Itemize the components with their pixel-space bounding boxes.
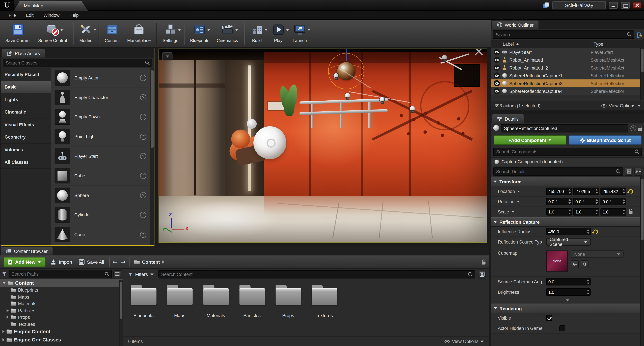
search-components-input[interactable] xyxy=(494,149,634,154)
place-item-empty-actor[interactable]: Empty Actor ? xyxy=(51,68,150,88)
place-actors-scrollbar[interactable] xyxy=(150,68,154,245)
play-button[interactable]: Play xyxy=(268,22,289,44)
import-button[interactable]: Import xyxy=(49,259,74,265)
breadcrumb[interactable]: Content xyxy=(133,259,166,264)
rotation-z-field[interactable]: 0.0 ° xyxy=(600,198,626,205)
reset-location-icon[interactable] xyxy=(628,188,634,195)
reset-influence-radius-icon[interactable] xyxy=(592,228,599,235)
expand-arrow-icon[interactable] xyxy=(6,316,8,319)
place-item-empty-pawn[interactable]: Empty Pawn ? xyxy=(51,107,150,127)
reflection-source-type-dropdown[interactable]: Captured Scene xyxy=(546,238,590,246)
back-arrow-button[interactable]: ← xyxy=(113,258,118,265)
tab-world-outliner[interactable]: World Outliner xyxy=(492,21,538,29)
content-browser-lock-icon[interactable] xyxy=(482,261,486,264)
tree-item-engine-content[interactable]: Engine Content xyxy=(0,327,123,335)
location-z-field[interactable]: 295.432 xyxy=(600,188,626,195)
rendering-section-header[interactable]: Rendering xyxy=(491,303,644,313)
viewport-3d[interactable]: Z X Y xyxy=(158,49,487,243)
menu-help[interactable]: Help xyxy=(65,13,83,18)
light-sprite[interactable] xyxy=(345,93,350,100)
location-y-field[interactable]: -1029.5 xyxy=(574,188,599,195)
category-all-classes[interactable]: All Classes xyxy=(1,156,51,169)
expand-arrow-icon[interactable] xyxy=(2,338,4,341)
content-view-options-button[interactable]: View Options xyxy=(444,339,484,344)
cubemap-thumbnail[interactable]: None xyxy=(546,250,568,272)
menu-window[interactable]: Window xyxy=(39,13,64,18)
menu-edit[interactable]: Edit xyxy=(21,13,38,18)
place-item-sphere[interactable]: Sphere ? xyxy=(51,186,150,205)
folder-tile-materials[interactable]: Materials xyxy=(198,282,234,318)
brightness-field[interactable]: 1.0 xyxy=(546,288,590,296)
tree-item-particles[interactable]: Particles xyxy=(0,307,123,314)
source-cubemap-angle-field[interactable]: 0.0 xyxy=(546,278,590,285)
save-all-button[interactable]: Save All xyxy=(77,259,106,265)
add-new-button[interactable]: Add New xyxy=(3,257,46,267)
tree-item-props[interactable]: Props xyxy=(0,314,123,321)
forward-arrow-button[interactable]: → xyxy=(121,258,126,265)
settings-button[interactable]: Settings xyxy=(159,22,182,44)
blueprint-add-script-button[interactable]: Blueprint/Add Script xyxy=(569,135,642,145)
folder-tile-props[interactable]: Props xyxy=(270,282,306,318)
location-label[interactable]: Location xyxy=(498,189,546,194)
outliner-load-icon[interactable] xyxy=(636,31,642,38)
category-visual-effects[interactable]: Visual Effects xyxy=(1,118,51,131)
outliner-search-input[interactable] xyxy=(493,32,626,37)
location-x-field[interactable]: 455.700 xyxy=(546,188,572,195)
blueprints-button[interactable]: Blueprints xyxy=(186,22,213,44)
scale-z-field[interactable]: 1.0 xyxy=(600,208,626,216)
outliner-row-robot-animated[interactable]: Robot_Animated SkeletalMeshAct xyxy=(491,56,644,64)
reflection-capture-section-header[interactable]: Reflection Capture xyxy=(491,217,644,227)
scale-y-field[interactable]: 1.0 xyxy=(574,208,599,216)
folder-tile-particles[interactable]: Particles xyxy=(234,282,270,318)
light-sprite[interactable] xyxy=(410,106,415,113)
transform-section-header[interactable]: Transform xyxy=(491,177,644,186)
tree-item-blueprints[interactable]: Blueprints xyxy=(0,287,123,293)
outliner-row-playerstart[interactable]: PlayerStart PlayerStart xyxy=(491,48,644,56)
close-button[interactable] xyxy=(633,2,642,9)
menu-file[interactable]: File xyxy=(4,13,20,18)
visibility-eye-icon[interactable] xyxy=(494,88,500,94)
help-icon[interactable]: ? xyxy=(140,192,146,199)
display-filter-eye-button[interactable] xyxy=(634,168,642,176)
actor-name-field[interactable]: SphereReflectionCapture3 xyxy=(501,124,628,132)
category-recently-placed[interactable]: Recently Placed xyxy=(1,68,51,81)
property-matrix-button[interactable] xyxy=(625,168,632,176)
search-paths-input[interactable] xyxy=(9,271,104,276)
minimize-button[interactable] xyxy=(609,2,618,9)
robot-actor[interactable] xyxy=(229,119,301,175)
category-basic[interactable]: Basic xyxy=(1,81,51,93)
tab-details[interactable]: Details xyxy=(492,114,524,123)
tree-item-content[interactable]: Content xyxy=(0,279,123,287)
folder-tile-textures[interactable]: Textures xyxy=(306,282,342,318)
sources-list-icon[interactable] xyxy=(113,270,121,278)
tab-content-browser[interactable]: Content Browser xyxy=(1,247,52,255)
scale-label[interactable]: Scale xyxy=(498,210,546,214)
selected-reflection-capture-actor[interactable] xyxy=(326,50,369,93)
place-item-cube[interactable]: Cube ? xyxy=(51,166,150,186)
capture-component-row[interactable]: CaptureComponent (Inherited) xyxy=(491,157,644,166)
build-button[interactable]: Build xyxy=(246,22,268,44)
help-icon[interactable]: ? xyxy=(140,94,146,101)
place-item-cone[interactable]: Cone ? xyxy=(51,225,150,245)
category-geometry[interactable]: Geometry xyxy=(1,131,51,144)
visibility-eye-icon[interactable] xyxy=(494,65,500,71)
sources-scrollbar[interactable] xyxy=(119,280,123,346)
restore-button[interactable] xyxy=(621,2,630,9)
scale-lock-icon[interactable] xyxy=(629,211,632,214)
help-icon[interactable]: ? xyxy=(140,75,146,81)
save-current-button[interactable]: Save Current xyxy=(2,22,34,44)
modes-button[interactable]: Modes xyxy=(75,22,96,44)
tree-item-maps[interactable]: Maps xyxy=(0,293,123,300)
category-volumes[interactable]: Volumes xyxy=(1,144,51,156)
tab-place-actors[interactable]: Place Actors xyxy=(2,49,45,57)
content-button[interactable]: Content xyxy=(101,22,124,44)
save-search-icon[interactable] xyxy=(478,270,486,278)
visible-checkbox[interactable] xyxy=(546,315,552,321)
category-cinematic[interactable]: Cinematic xyxy=(1,106,51,119)
help-icon[interactable]: ? xyxy=(140,173,146,179)
influence-radius-field[interactable]: 450.0 xyxy=(546,228,590,235)
help-icon[interactable]: ? xyxy=(630,125,636,131)
cinematics-button[interactable]: Cinematics xyxy=(213,22,242,44)
scale-x-field[interactable]: 1.0 xyxy=(546,208,572,216)
use-selected-asset-icon[interactable] xyxy=(571,260,579,268)
